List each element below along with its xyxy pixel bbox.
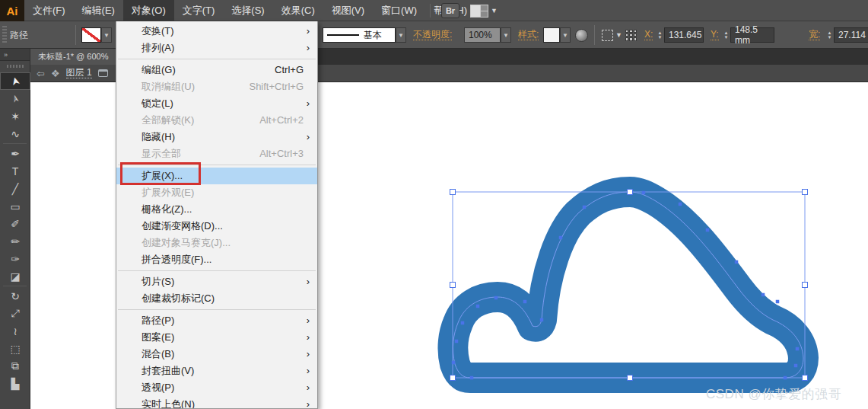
bbox-handle[interactable] — [450, 283, 456, 288]
back-arrow-icon[interactable]: ⇦ — [37, 68, 45, 79]
rectangle-tool[interactable]: ▭ — [0, 197, 30, 215]
menu-item-栅格化Z[interactable]: 栅格化(Z)... — [116, 201, 317, 218]
bbox-handle[interactable] — [450, 375, 456, 381]
path-anchor[interactable] — [735, 260, 739, 264]
type-tool[interactable]: T — [0, 162, 30, 180]
width-label[interactable]: 宽: — [809, 30, 820, 40]
scale-tool[interactable]: ⤢ — [0, 305, 30, 322]
opacity-label[interactable]: 不透明度: — [413, 30, 452, 40]
bbox-handle[interactable] — [803, 283, 808, 288]
path-anchor[interactable] — [452, 361, 456, 365]
menubar-item-8[interactable]: 窗口(W) — [373, 0, 425, 21]
blob-brush-tool[interactable]: ✑ — [0, 250, 30, 267]
path-anchor[interactable] — [455, 340, 459, 343]
menubar-item-2[interactable]: 编辑(E) — [74, 0, 123, 21]
path-anchor[interactable] — [679, 203, 682, 206]
style-swatch[interactable] — [543, 27, 560, 43]
path-anchor[interactable] — [784, 376, 787, 380]
menu-item-拼合透明度F[interactable]: 拼合透明度(F)... — [116, 251, 317, 268]
column-graph-tool[interactable]: ▙ — [0, 375, 30, 392]
menu-item-变换T[interactable]: 变换(T)› — [116, 23, 317, 40]
path-anchor[interactable] — [523, 300, 527, 304]
magic-wand-tool[interactable]: ✶ — [0, 107, 30, 125]
bbox-handle[interactable] — [450, 190, 456, 195]
selected-anchor[interactable] — [628, 375, 633, 381]
bbox-handle[interactable] — [803, 375, 808, 381]
select-similar-icon[interactable] — [602, 30, 613, 41]
menu-item-透视P[interactable]: 透视(P)› — [116, 379, 317, 396]
menu-item-隐藏H[interactable]: 隐藏(H)› — [116, 129, 317, 145]
bbox-handle[interactable] — [803, 190, 808, 195]
x-value-field[interactable]: 131.645 — [664, 27, 704, 43]
width-value-field[interactable]: 27.114 — [834, 27, 868, 43]
opacity-dropdown[interactable]: ▼ — [501, 27, 511, 43]
menu-item-切片S[interactable]: 切片(S)› — [116, 273, 317, 290]
y-value-field[interactable]: 148.5 mm — [730, 27, 774, 43]
path-anchor[interactable] — [476, 305, 480, 308]
path-anchor[interactable] — [706, 228, 710, 232]
selected-anchor[interactable] — [628, 190, 633, 195]
menubar-item-4[interactable]: 文字(T) — [174, 0, 224, 21]
path-anchor[interactable] — [796, 347, 800, 351]
path-anchor[interactable] — [559, 236, 563, 240]
path-anchor[interactable] — [776, 300, 780, 304]
x-label[interactable]: X: — [644, 30, 653, 40]
menubar-item-7[interactable]: 视图(V) — [323, 0, 373, 21]
direct-selection-tool[interactable]: ➢ — [0, 90, 30, 107]
path-anchor[interactable] — [761, 293, 765, 297]
y-label[interactable]: Y: — [711, 30, 719, 40]
layer-breadcrumb[interactable]: 图层 1 — [66, 68, 92, 78]
tool-panel-grip[interactable] — [7, 65, 24, 68]
y-stepper[interactable]: ▲▼ — [722, 27, 730, 43]
menubar-item-6[interactable]: 效果(C) — [273, 0, 323, 21]
menu-item-创建渐变网格D[interactable]: 创建渐变网格(D)... — [116, 218, 317, 235]
free-transform-tool[interactable]: ⬚ — [0, 340, 30, 357]
menubar-item-1[interactable]: 文件(F) — [24, 0, 74, 21]
x-stepper[interactable]: ▲▼ — [656, 27, 664, 43]
path-anchor[interactable] — [794, 364, 798, 368]
fill-color-swatch[interactable] — [81, 27, 101, 43]
menu-item-创建裁切标记C[interactable]: 创建裁切标记(C) — [116, 290, 317, 307]
panel-collapse-button[interactable]: » — [0, 49, 30, 61]
width-stepper[interactable]: ▲▼ — [825, 27, 834, 43]
document-tab[interactable]: 未标题-1* @ 600% — [30, 49, 116, 65]
workspace-switcher[interactable]: ▼ — [470, 5, 498, 18]
pen-tool[interactable]: ✒ — [0, 145, 30, 162]
style-label[interactable]: 样式: — [518, 30, 539, 40]
eraser-tool[interactable]: ◪ — [0, 267, 30, 285]
menubar-item-3[interactable]: 对象(O) — [123, 0, 174, 21]
menubar-item-5[interactable]: 选择(S) — [223, 0, 272, 21]
recolor-artwork-icon[interactable] — [575, 29, 588, 42]
menu-item-编组G[interactable]: 编组(G)Ctrl+G — [116, 62, 317, 78]
cloud-shape-path[interactable] — [453, 192, 803, 378]
path-anchor[interactable] — [540, 318, 544, 322]
menu-item-锁定L[interactable]: 锁定(L)› — [116, 95, 317, 112]
menu-item-路径P[interactable]: 路径(P)› — [116, 312, 317, 329]
line-segment-tool[interactable]: ╱ — [0, 180, 30, 197]
menu-item-混合B[interactable]: 混合(B)› — [116, 346, 317, 363]
reference-point-grid[interactable] — [625, 30, 637, 41]
path-anchor[interactable] — [642, 191, 646, 195]
selection-tool[interactable]: ➤ — [0, 72, 30, 90]
path-anchor[interactable] — [461, 321, 465, 325]
path-anchor[interactable] — [470, 376, 474, 380]
pencil-tool[interactable]: ✏ — [0, 232, 30, 250]
menu-item-实时上色N[interactable]: 实时上色(N)› — [116, 396, 317, 409]
brush-definition-combo[interactable]: 基本 — [323, 27, 396, 43]
path-anchor[interactable] — [583, 206, 587, 209]
menu-item-封套扭曲V[interactable]: 封套扭曲(V)› — [116, 363, 317, 379]
fill-dropdown[interactable]: ▼ — [101, 27, 112, 43]
opacity-value[interactable]: 100% — [464, 27, 501, 43]
chevron-down-icon[interactable]: ▼ — [615, 31, 622, 39]
shape-builder-tool[interactable]: ⧉ — [0, 357, 30, 375]
rotate-tool[interactable]: ↻ — [0, 287, 30, 305]
paintbrush-tool[interactable]: ✐ — [0, 215, 30, 232]
layers-icon[interactable]: ❖ — [51, 68, 60, 79]
menu-item-图案E[interactable]: 图案(E)› — [116, 329, 317, 346]
bridge-button[interactable]: Br — [441, 3, 459, 18]
width-tool[interactable]: ≀ — [0, 322, 30, 340]
panel-grip[interactable] — [2, 26, 7, 44]
style-dropdown[interactable]: ▼ — [560, 27, 571, 43]
brush-dropdown[interactable]: ▼ — [396, 27, 406, 43]
menu-item-排列A[interactable]: 排列(A)› — [116, 40, 317, 56]
